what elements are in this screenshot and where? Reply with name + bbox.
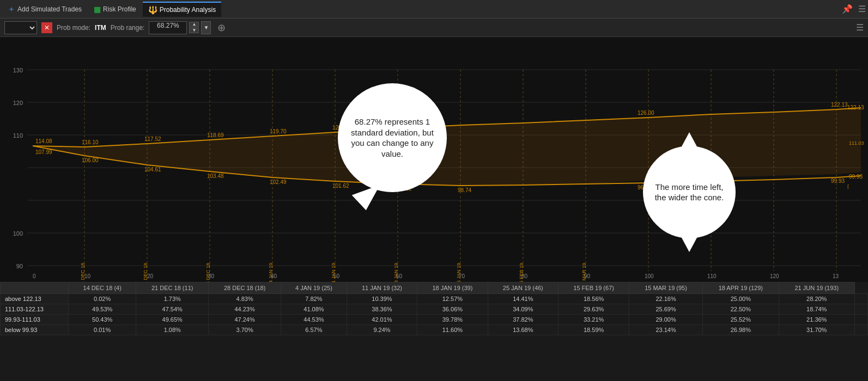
svg-text:106.00: 106.00 — [82, 157, 99, 163]
row-cell: 22.16% — [629, 294, 703, 304]
svg-text:102.49: 102.49 — [270, 179, 287, 185]
row-cell: 37.82% — [488, 315, 558, 325]
pin-icon[interactable]: 📌 — [842, 4, 853, 14]
row-label: above 122.13 — [1, 294, 69, 304]
svg-text:14 DEC 18: 14 DEC 18 — [80, 263, 86, 282]
prob-range-label: Prob range: — [111, 24, 145, 32]
row-cell: 1.08% — [136, 325, 209, 335]
table-header-col-9: 15 MAR 19 (95) — [629, 282, 703, 294]
prob-range-up[interactable]: ▲ — [189, 22, 199, 27]
table-row: 99.93-111.0350.43%49.65%47.24%44.53%42.0… — [1, 315, 868, 325]
svg-text:90: 90 — [16, 263, 23, 269]
svg-text:118.69: 118.69 — [207, 132, 224, 138]
svg-text:98.74: 98.74 — [458, 187, 471, 193]
row-cell: 12.57% — [417, 294, 488, 304]
svg-text:110: 110 — [707, 273, 717, 279]
prob-range-value: 68.27% — [149, 21, 187, 34]
svg-text:15 MAR 19: 15 MAR 19 — [581, 263, 587, 282]
svg-text:122.13: 122.13 — [847, 105, 864, 110]
table-row: 111.03-122.1349.53%47.54%44.23%41.08%38.… — [1, 304, 868, 315]
row-cell: 21.36% — [779, 315, 854, 325]
risk-profile-button[interactable]: ▦ Risk Profile — [88, 2, 142, 17]
row-cell: 3.70% — [209, 325, 281, 335]
row-cell: 22.50% — [702, 304, 779, 315]
row-cell: 41.08% — [281, 304, 347, 315]
prob-analysis-button[interactable]: 🔱 Probability Analysis — [143, 2, 221, 17]
svg-text:100: 100 — [645, 273, 654, 279]
svg-text:99.93: 99.93 — [831, 178, 845, 184]
row-cell: 49.65% — [136, 315, 209, 325]
table-header-label — [1, 282, 69, 294]
svg-text:111.03: 111.03 — [849, 140, 864, 146]
symbol-select[interactable] — [4, 21, 37, 34]
row-label: below 99.93 — [1, 325, 69, 335]
row-cell: 26.98% — [702, 325, 779, 335]
table-header-col-1: 14 DEC 18 (4) — [69, 282, 136, 294]
svg-text:101.62: 101.62 — [332, 183, 349, 189]
crosshair-icon[interactable]: ⊕ — [217, 22, 226, 34]
row-cell: 33.21% — [559, 315, 629, 325]
row-cell: 0.02% — [69, 294, 136, 304]
svg-text:⌈: ⌈ — [847, 184, 849, 189]
prob-range-down[interactable]: ▼ — [189, 28, 199, 33]
row-cell: 1.73% — [136, 294, 209, 304]
row-cell — [854, 294, 867, 304]
prob-range-dropdown[interactable]: ▼ — [201, 21, 211, 34]
svg-text:104.61: 104.61 — [144, 167, 161, 173]
row-cell: 9.24% — [347, 325, 417, 335]
table-row: above 122.130.02%1.73%4.83%7.82%10.39%12… — [1, 294, 868, 304]
svg-text:116.10: 116.10 — [82, 139, 99, 145]
row-cell: 31.70% — [779, 325, 854, 335]
prob-range-group: 68.27% ▲ ▼ ▼ — [149, 21, 211, 34]
svg-text:18 JAN 19: 18 JAN 19 — [393, 263, 399, 282]
row-cell: 28.20% — [779, 294, 854, 304]
toolbar-menu-icon[interactable]: ☰ — [856, 22, 864, 33]
svg-text:107.99: 107.99 — [35, 149, 52, 155]
tooltip-bubble-1: 68.27% represents 1 standard deviation, … — [338, 83, 447, 192]
row-cell: 25.00% — [702, 294, 779, 304]
risk-icon: ▦ — [94, 5, 101, 14]
svg-text:25 JAN 19: 25 JAN 19 — [456, 263, 462, 282]
nav-menu-icon[interactable]: ☰ — [858, 4, 866, 14]
table-header-col-3: 28 DEC 18 (18) — [209, 282, 281, 294]
row-cell — [854, 315, 867, 325]
row-cell: 44.53% — [281, 315, 347, 325]
row-cell: 10.39% — [347, 294, 417, 304]
row-cell: 23.14% — [629, 325, 703, 335]
row-cell: 0.01% — [69, 325, 136, 335]
svg-text:28 DEC 18: 28 DEC 18 — [205, 263, 211, 282]
row-label: 99.93-111.03 — [1, 315, 69, 325]
remove-button[interactable]: ✕ — [41, 22, 52, 33]
table-header-col-11: 21 JUN 19 (193) — [779, 282, 854, 294]
svg-text:110: 110 — [13, 132, 23, 139]
tooltip-bubble-2: The more time left, the wider the cone. — [643, 146, 736, 238]
svg-text:21 DEC 18: 21 DEC 18 — [143, 263, 148, 282]
row-cell: 14.41% — [488, 294, 558, 304]
chart-container: Probability analysis chart Volatility 26… — [0, 37, 868, 282]
svg-text:103.48: 103.48 — [207, 173, 224, 179]
row-cell: 49.53% — [69, 304, 136, 315]
svg-text:11 JAN 19: 11 JAN 19 — [331, 263, 336, 282]
row-cell: 38.36% — [347, 304, 417, 315]
prob-icon: 🔱 — [148, 5, 157, 14]
svg-text:0: 0 — [33, 273, 36, 279]
table-header-col-6: 18 JAN 19 (39) — [417, 282, 488, 294]
row-cell: 50.43% — [69, 315, 136, 325]
row-cell: 29.63% — [559, 304, 629, 315]
row-cell: 18.74% — [779, 304, 854, 315]
prob-mode-value: ITM — [95, 24, 106, 32]
row-cell: 6.57% — [281, 325, 347, 335]
row-cell: 18.56% — [559, 294, 629, 304]
table-header-col-8: 15 FEB 19 (67) — [559, 282, 629, 294]
svg-text:4 JAN 19: 4 JAN 19 — [268, 263, 274, 282]
row-cell: 13.68% — [488, 325, 558, 335]
row-label: 111.03-122.13 — [1, 304, 69, 315]
row-cell: 29.00% — [629, 315, 703, 325]
table-header-col-7: 25 JAN 19 (46) — [488, 282, 558, 294]
svg-text:114.08: 114.08 — [35, 138, 52, 144]
svg-text:99.93: 99.93 — [849, 174, 863, 180]
add-trades-button[interactable]: ＋ Add Simulated Trades — [2, 2, 87, 17]
row-cell — [854, 304, 867, 315]
row-cell: 18.59% — [559, 325, 629, 335]
row-cell: 34.09% — [488, 304, 558, 315]
